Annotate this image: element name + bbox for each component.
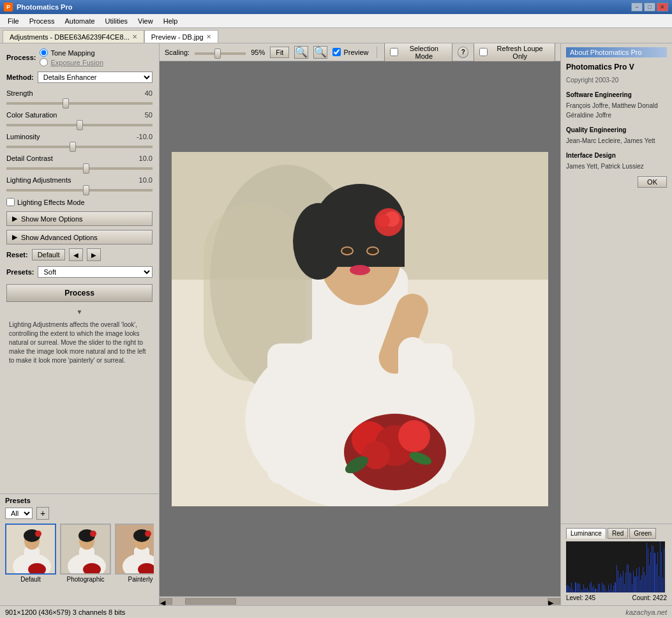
preview-checkbox-row: Preview [332, 48, 368, 56]
scroll-right-btn[interactable]: ▶ [548, 598, 560, 605]
svg-rect-71 [172, 152, 548, 506]
status-bar: 901×1200 (436×579) 3 channels 8 bits kaz… [0, 605, 672, 618]
quality-engineering-title: Quality Engineering [566, 125, 667, 135]
strength-slider[interactable] [6, 102, 153, 105]
selection-mode-button[interactable]: Selection Mode [384, 43, 452, 62]
about-title-bar: About Photomatics Pro [566, 47, 667, 57]
minimize-button[interactable]: − [631, 3, 643, 11]
menu-process[interactable]: Process [24, 16, 60, 26]
histogram-tabs: Luminance Red Green [566, 528, 667, 539]
menu-help[interactable]: Help [158, 16, 183, 26]
expand-advanced-icon: ▶ [12, 233, 17, 241]
maximize-button[interactable]: □ [644, 3, 655, 11]
histogram-tab-luminance[interactable]: Luminance [566, 528, 606, 539]
right-panel: About Photomatics Pro Photomatics Pro V … [560, 43, 672, 605]
app-icon: P [4, 3, 13, 11]
color-saturation-slider[interactable] [6, 124, 153, 126]
zoom-in-button[interactable]: 🔍 [313, 46, 327, 59]
fit-button[interactable]: Fit [270, 47, 289, 58]
strength-value: 40 [145, 89, 153, 97]
redo-button[interactable]: ▶ [87, 248, 101, 261]
luminosity-label: Luminosity [6, 133, 40, 140]
show-more-button[interactable]: ▶ Show More Options [6, 211, 153, 226]
selection-mode-checkbox[interactable] [390, 48, 398, 56]
tab-close-adjustments[interactable]: ✕ [132, 33, 137, 40]
about-copyright: Copyright 2003-20 [566, 75, 667, 85]
process-button[interactable]: Process [6, 284, 153, 302]
refresh-checkbox[interactable] [479, 48, 488, 56]
menu-automate[interactable]: Automate [59, 16, 100, 26]
presets-select[interactable]: Soft [38, 266, 153, 278]
refresh-button[interactable]: Refresh Loupe Only [474, 43, 555, 62]
image-info: 901×1200 (436×579) 3 channels 8 bits [5, 608, 125, 616]
strength-slider-row: Strength 40 [6, 89, 153, 106]
adjustments-section: Process: Tone Mapping Exposure Fusion Me… [0, 43, 159, 494]
zoom-out-button[interactable]: 🔍 [294, 46, 308, 59]
about-ok-button[interactable]: OK [638, 176, 667, 188]
preset-thumb-default[interactable]: Default [5, 524, 56, 583]
luminosity-slider[interactable] [6, 146, 153, 148]
app-title: Photomatics Pro [17, 3, 72, 11]
presets-bottom-panel: Presets All + DefaultPhotographicPainter… [0, 494, 159, 605]
method-select[interactable]: Details Enhancer [38, 72, 153, 83]
scroll-left-btn[interactable]: ◀ [160, 598, 172, 605]
detail-contrast-slider[interactable] [6, 167, 153, 170]
watermark: kazachya.net [625, 608, 667, 616]
scaling-label: Scaling: [165, 49, 190, 56]
menu-view[interactable]: View [133, 16, 158, 26]
histogram-tab-green[interactable]: Green [629, 528, 656, 539]
menu-utilities[interactable]: Utilities [100, 16, 133, 26]
h-scrollbar[interactable]: ◀ ▶ [160, 596, 560, 605]
histogram-count: Count: 2422 [632, 594, 668, 601]
histogram-level: Level: 245 [566, 594, 595, 601]
left-panel: Process: Tone Mapping Exposure Fusion Me… [0, 43, 160, 605]
quality-engineering-names: Jean-Marc Lecleire, James Yett [566, 136, 667, 146]
lighting-adjustments-label: Lighting Adjustments [6, 176, 71, 184]
detail-contrast-label: Detail Contrast [6, 154, 53, 162]
show-advanced-button[interactable]: ▶ Show Advanced Options [6, 230, 153, 245]
preset-thumb-photographic[interactable]: Photographic [60, 524, 111, 583]
default-button[interactable]: Default [32, 249, 66, 260]
preview-image [172, 152, 548, 506]
about-app-name: Photomatics Pro V [566, 61, 667, 73]
add-preset-button[interactable]: + [36, 507, 49, 520]
tab-preview[interactable]: Preview - DB.jpg ✕ [144, 30, 218, 43]
h-scrollbar-thumb[interactable] [185, 598, 236, 605]
luminosity-slider-row: Luminosity -10.0 [6, 133, 153, 149]
tone-mapping-radio[interactable]: Tone Mapping [40, 49, 103, 57]
presets-label: Presets: [6, 268, 34, 276]
lighting-effects-checkbox[interactable] [6, 198, 15, 206]
tab-close-preview[interactable]: ✕ [206, 33, 211, 40]
title-bar: P Photomatics Pro − □ ✕ [0, 0, 672, 14]
close-button[interactable]: ✕ [657, 3, 668, 11]
presets-filter-select[interactable]: All [5, 508, 33, 519]
preset-thumb-painterly[interactable]: Painterly [115, 524, 154, 583]
color-saturation-label: Color Saturation [6, 111, 57, 119]
exposure-fusion-radio[interactable]: Exposure Fusion [40, 58, 103, 66]
scaling-slider[interactable] [195, 52, 246, 55]
strength-label: Strength [6, 89, 33, 97]
collapse-arrow[interactable]: ▼ [6, 308, 153, 315]
about-section: About Photomatics Pro Photomatics Pro V … [561, 43, 672, 524]
histogram-info: Level: 245 Count: 2422 [566, 594, 667, 601]
svg-point-5 [35, 531, 41, 537]
detail-contrast-slider-row: Detail Contrast 10.0 [6, 154, 153, 171]
preview-checkbox[interactable] [332, 48, 341, 56]
svg-point-12 [90, 531, 96, 537]
tab-adjustments[interactable]: Adjustments - DBEE63A6239F4CE8... ✕ [3, 30, 144, 43]
svg-point-19 [145, 531, 151, 537]
help-button[interactable]: ? [458, 47, 468, 58]
software-engineering-names: François Joffre, Matthew Donald Géraldin… [566, 101, 667, 120]
undo-button[interactable]: ◀ [69, 248, 83, 261]
menu-bar: File Process Automate Utilities View Hel… [0, 14, 672, 28]
presets-filter-row: All + [5, 507, 154, 520]
histogram-tab-red[interactable]: Red [608, 528, 628, 539]
interface-design-title: Interface Design [566, 151, 667, 160]
menu-file[interactable]: File [3, 16, 24, 26]
interface-design-names: James Yett, Patrick Lussiez [566, 162, 667, 171]
lighting-adjustments-slider[interactable] [6, 189, 153, 192]
luminosity-value: -10.0 [137, 133, 153, 140]
about-content: Photomatics Pro V Copyright 2003-20 Soft… [566, 61, 667, 188]
center-panel: Scaling: 95% Fit 🔍 🔍 Preview Selection M… [160, 43, 560, 605]
lighting-effects-label[interactable]: Lighting Effects Mode [17, 199, 85, 206]
